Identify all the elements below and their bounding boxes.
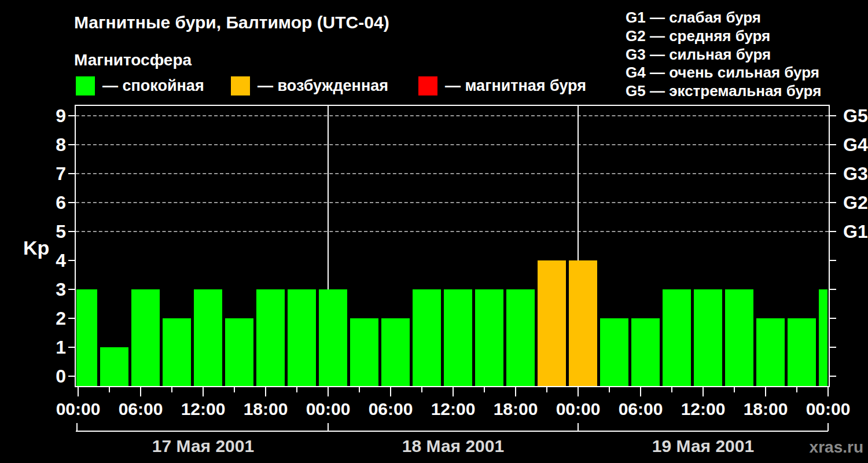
kp-bar <box>725 289 753 386</box>
g-legend-line-g2: G2 — средняя буря <box>626 27 821 46</box>
x-axis-minor-tick <box>109 386 110 392</box>
y-axis-tick <box>68 260 76 261</box>
x-axis-label: 12:00 <box>668 399 738 419</box>
kp-bar <box>350 318 378 386</box>
storm-color-swatch <box>418 76 437 95</box>
y-axis-tick <box>68 144 76 145</box>
quiet-color-swatch <box>76 76 95 95</box>
kp-bar <box>100 347 128 386</box>
x-axis-major-tick <box>453 386 454 396</box>
x-axis-major-tick <box>765 386 766 396</box>
x-axis-label: 18:00 <box>481 399 550 419</box>
kp-bar <box>225 318 253 386</box>
y-axis-label: 2 <box>23 308 66 329</box>
kp-bar <box>256 289 285 386</box>
gridline <box>76 173 829 174</box>
kp-bar <box>569 260 597 386</box>
y-axis-label: 4 <box>23 250 66 271</box>
legend-label-storm: — магнитная буря <box>445 77 586 95</box>
x-axis-minor-tick <box>296 386 297 392</box>
x-axis-label: 12:00 <box>418 399 488 419</box>
x-axis-major-tick <box>390 386 391 396</box>
g-legend-line-g4: G4 — очень сильная буря <box>626 64 821 82</box>
g-axis-label: G1 <box>843 221 868 242</box>
x-axis-major-tick <box>328 386 329 396</box>
gridline <box>76 144 829 145</box>
y-axis-label: 0 <box>23 366 66 387</box>
y-axis-tick <box>829 347 836 348</box>
x-axis-label: 18:00 <box>731 399 800 419</box>
x-axis-minor-tick <box>171 386 172 392</box>
x-axis-major-tick <box>140 386 141 396</box>
kp-bar <box>194 289 222 386</box>
legend-label-quiet: — спокойная <box>102 77 204 95</box>
y-axis-tick <box>68 289 76 290</box>
y-axis-label: 1 <box>23 337 66 358</box>
y-axis-label: 3 <box>23 279 66 300</box>
x-axis-minor-tick <box>734 386 735 392</box>
x-axis-major-tick <box>515 386 516 396</box>
g-legend-line-g3: G3 — сильная буря <box>626 46 821 64</box>
y-axis-tick <box>68 173 76 174</box>
page-title: Магнитные бури, Балтимор (UTC-04) <box>74 13 389 32</box>
x-axis-label: 00:00 <box>293 399 363 419</box>
g-axis-label: G4 <box>843 134 868 155</box>
active-color-swatch <box>231 76 250 95</box>
kp-bar <box>76 289 97 386</box>
gridline <box>76 202 829 203</box>
g-legend-line-g1: G1 — слабая буря <box>626 9 821 27</box>
date-bracket-tick <box>328 423 329 431</box>
y-axis-tick <box>829 318 836 319</box>
y-axis-tick <box>68 115 76 116</box>
kp-bar <box>663 289 691 386</box>
x-axis-major-tick <box>703 386 704 396</box>
x-axis-label: 00:00 <box>43 399 113 419</box>
g-axis-label: G3 <box>843 163 868 184</box>
x-axis-minor-tick <box>421 386 422 392</box>
y-axis-tick <box>829 144 836 145</box>
date-bracket <box>76 431 828 432</box>
x-axis-label: 12:00 <box>168 399 238 419</box>
y-axis-tick <box>829 289 836 290</box>
g-axis-label: G5 <box>843 105 868 126</box>
date-bracket-tick <box>827 423 829 431</box>
x-axis-major-tick <box>578 386 579 396</box>
x-axis-minor-tick <box>796 386 797 392</box>
kp-bar <box>475 289 503 386</box>
x-axis-minor-tick <box>234 386 235 392</box>
x-axis-label: 18:00 <box>231 399 300 419</box>
x-axis-major-tick <box>827 386 829 396</box>
date-label: 19 Мая 2001 <box>610 436 796 456</box>
x-axis-minor-tick <box>359 386 360 392</box>
g-scale-legend: G1 — слабая буря G2 — средняя буря G3 — … <box>626 9 821 101</box>
kp-bar <box>288 289 316 386</box>
y-axis-label: 5 <box>23 221 66 242</box>
kp-bar <box>131 289 160 386</box>
gridline <box>76 115 829 116</box>
kp-bar <box>381 318 410 386</box>
y-axis-tick <box>829 115 836 116</box>
kp-bar <box>413 289 441 386</box>
magnetosphere-subtitle: Магнитосфера <box>74 51 192 69</box>
x-axis-minor-tick <box>484 386 485 392</box>
magnetic-storms-page: { "page": { "background": "#000000", "wa… <box>0 0 868 463</box>
date-label: 18 Мая 2001 <box>361 436 546 456</box>
legend-item-active: — возбужденная <box>231 76 388 95</box>
y-axis-label: 8 <box>23 134 66 155</box>
x-axis-label: 06:00 <box>606 399 675 419</box>
y-axis-label: 6 <box>23 192 66 213</box>
y-axis-tick <box>829 376 836 377</box>
x-axis-label: 00:00 <box>793 399 863 419</box>
date-label: 17 Мая 2001 <box>111 436 296 456</box>
legend-item-storm: — магнитная буря <box>418 76 586 95</box>
x-axis-minor-tick <box>546 386 547 392</box>
kp-bar <box>163 318 191 386</box>
x-axis-major-tick <box>203 386 204 396</box>
x-axis-minor-tick <box>671 386 672 392</box>
x-axis-major-tick <box>640 386 641 396</box>
y-axis-tick <box>68 231 76 232</box>
x-axis-label: 06:00 <box>106 399 175 419</box>
y-axis-tick <box>829 231 836 232</box>
kp-bar <box>788 318 816 386</box>
y-axis-tick <box>68 376 76 377</box>
